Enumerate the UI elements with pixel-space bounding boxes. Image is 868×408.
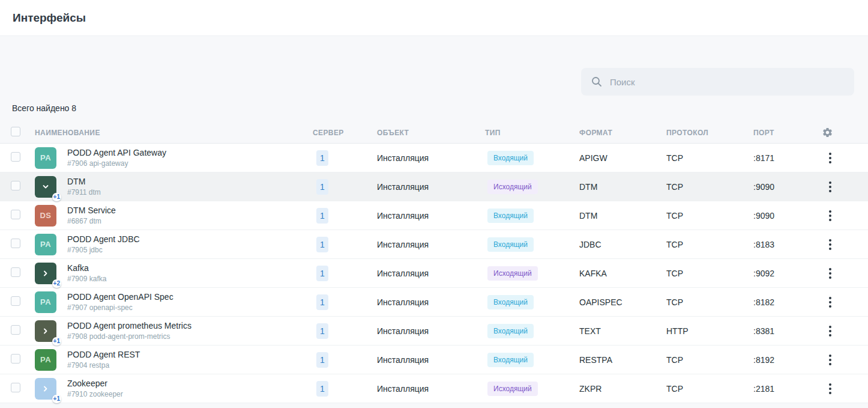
table-row[interactable]: PA PODD Agent OpenAPI Spec #7907 openapi… — [0, 288, 868, 317]
avatar-initials: DS — [40, 211, 51, 220]
table-row[interactable]: +1 PODD Agent prometheus Metrics #7908 p… — [0, 317, 868, 346]
column-header-server[interactable]: СЕРВЕР — [313, 129, 377, 137]
table-header-row: НАИМЕНОВАНИЕ СЕРВЕР ОБЪЕКТ ТИП ФОРМАТ ПР… — [0, 122, 868, 144]
object-cell: Инсталляция — [377, 153, 485, 163]
avatar-counter-badge: +1 — [52, 337, 61, 346]
interface-name: PODD Agent JDBC — [67, 234, 140, 244]
table-row[interactable]: +2 Kafka #7909 kafka 1 Инсталляция Исход… — [0, 259, 868, 288]
server-count-chip[interactable]: 1 — [316, 323, 328, 339]
interface-id: #7910 zookeeper — [67, 390, 123, 398]
row-avatar: PA — [35, 291, 56, 313]
server-count-chip[interactable]: 1 — [316, 150, 328, 166]
avatar-initials: PA — [40, 153, 51, 162]
protocol-cell: TCP — [666, 153, 753, 163]
row-checkbox[interactable] — [11, 325, 20, 335]
port-cell: :2181 — [753, 384, 819, 394]
port-cell: :9090 — [753, 211, 819, 221]
avatar-counter-badge: +2 — [52, 279, 61, 288]
table-row[interactable]: DS DTM Service #6867 dtm 1 Инсталляция В… — [0, 201, 868, 230]
format-cell: DTM — [579, 182, 666, 192]
object-cell: Инсталляция — [377, 297, 485, 307]
row-menu-button[interactable] — [824, 266, 836, 281]
chevron-down-icon — [41, 182, 50, 192]
row-menu-button[interactable] — [824, 180, 836, 194]
object-cell: Инсталляция — [377, 269, 485, 278]
table-row[interactable]: PA PODD Agent API Gateway #7906 api-gate… — [0, 144, 868, 172]
port-cell: :8381 — [753, 326, 819, 336]
table-row[interactable]: +1 DTM #7911 dtm 1 Инсталляция Исходящий… — [0, 172, 868, 201]
port-cell: :9092 — [753, 269, 819, 278]
port-cell: :8171 — [753, 153, 819, 163]
column-header-type[interactable]: ТИП — [485, 129, 579, 137]
page-content: Всего найдено 8 НАИМЕНОВАНИЕ СЕРВЕР ОБЪЕ… — [0, 36, 868, 408]
type-badge: Входящий — [487, 151, 534, 165]
row-checkbox[interactable] — [11, 152, 20, 162]
format-cell: JDBC — [579, 240, 666, 249]
table-row[interactable]: PA PODD Agent REST #7904 restpa 1 Инстал… — [0, 346, 868, 374]
interface-name: DTM Service — [67, 206, 116, 215]
search-box[interactable] — [581, 68, 854, 96]
row-avatar: +1 — [35, 320, 56, 342]
server-count-chip[interactable]: 1 — [316, 381, 328, 397]
column-header-object[interactable]: ОБЪЕКТ — [377, 129, 485, 137]
format-cell: TEXT — [579, 326, 666, 336]
row-checkbox[interactable] — [11, 383, 20, 392]
table-row[interactable]: +1 Zookeeper #7910 zookeeper 1 Инсталляц… — [0, 374, 868, 403]
column-header-format[interactable]: ФОРМАТ — [579, 129, 666, 137]
port-cell: :8182 — [753, 297, 819, 307]
table-row[interactable]: PA PODD Agent JDBC #7905 jdbc 1 Инсталля… — [0, 230, 868, 259]
interfaces-table: НАИМЕНОВАНИЕ СЕРВЕР ОБЪЕКТ ТИП ФОРМАТ ПР… — [0, 122, 868, 403]
table-body: PA PODD Agent API Gateway #7906 api-gate… — [0, 144, 868, 403]
column-header-protocol[interactable]: ПРОТОКОЛ — [666, 129, 753, 137]
select-all-checkbox[interactable] — [11, 127, 20, 136]
row-avatar: +1 — [35, 176, 56, 198]
interface-id: #7909 kafka — [67, 275, 106, 283]
server-count-chip[interactable]: 1 — [316, 237, 328, 252]
server-count-chip[interactable]: 1 — [316, 179, 328, 195]
format-cell: DTM — [579, 211, 666, 221]
format-cell: RESTPA — [579, 355, 666, 365]
protocol-cell: TCP — [666, 297, 753, 307]
row-menu-button[interactable] — [824, 295, 836, 309]
row-checkbox[interactable] — [11, 354, 20, 364]
row-menu-button[interactable] — [824, 353, 836, 367]
row-menu-button[interactable] — [824, 151, 836, 165]
interface-id: #7905 jdbc — [67, 246, 140, 254]
server-count-chip[interactable]: 1 — [316, 352, 328, 368]
server-count-chip[interactable]: 1 — [316, 208, 328, 224]
row-menu-button[interactable] — [824, 382, 836, 396]
protocol-cell: TCP — [666, 269, 753, 278]
row-checkbox[interactable] — [11, 181, 20, 190]
server-count-chip[interactable]: 1 — [316, 294, 328, 310]
interface-id: #7906 api-gateway — [67, 159, 166, 168]
server-count-chip[interactable]: 1 — [316, 266, 328, 281]
row-menu-button[interactable] — [824, 209, 836, 223]
search-icon — [591, 76, 603, 88]
type-badge: Исходящий — [487, 382, 538, 396]
interface-name: PODD Agent API Gateway — [67, 148, 166, 157]
object-cell: Инсталляция — [377, 384, 485, 394]
results-summary: Всего найдено 8 — [12, 103, 868, 114]
column-settings-button[interactable] — [822, 127, 833, 138]
row-checkbox[interactable] — [11, 210, 20, 219]
type-badge: Исходящий — [487, 266, 538, 281]
format-cell: OAPISPEC — [579, 297, 666, 307]
object-cell: Инсталляция — [377, 211, 485, 221]
object-cell: Инсталляция — [377, 326, 485, 336]
type-badge: Входящий — [487, 209, 534, 223]
row-menu-button[interactable] — [824, 324, 836, 338]
column-header-port[interactable]: ПОРТ — [753, 129, 819, 137]
port-cell: :8183 — [753, 240, 819, 249]
toolbar — [0, 36, 868, 96]
column-header-name[interactable]: НАИМЕНОВАНИЕ — [35, 129, 313, 137]
avatar-initials: PA — [40, 297, 51, 306]
avatar-initials: PA — [40, 355, 51, 364]
row-checkbox[interactable] — [11, 267, 20, 277]
top-bar: Интерфейсы — [0, 0, 868, 36]
search-input[interactable] — [610, 77, 845, 87]
row-menu-button[interactable] — [824, 237, 836, 252]
row-checkbox[interactable] — [11, 239, 20, 248]
format-cell: ZKPR — [579, 384, 666, 394]
object-cell: Инсталляция — [377, 355, 485, 365]
row-checkbox[interactable] — [11, 296, 20, 306]
